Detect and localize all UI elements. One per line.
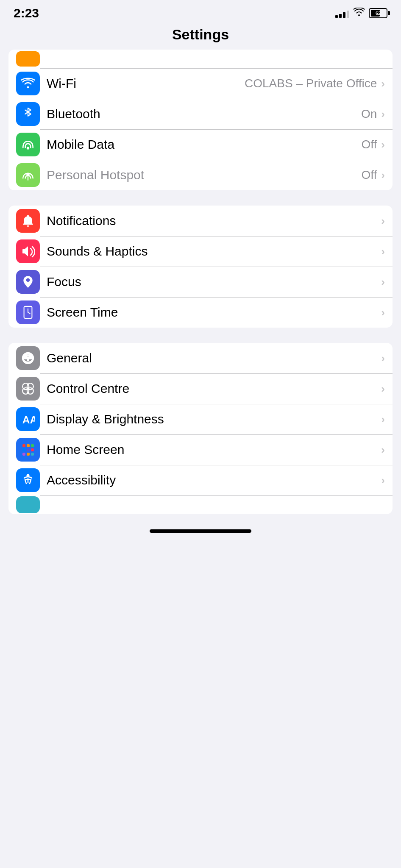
svg-rect-19	[22, 453, 25, 456]
signal-icon	[335, 8, 349, 18]
sounds-icon-wrapper	[16, 239, 40, 263]
display-chevron: ›	[381, 413, 385, 426]
bluetooth-row[interactable]: Bluetooth On ›	[8, 99, 393, 129]
control-centre-row[interactable]: Control Centre ›	[8, 373, 393, 404]
home-screen-chevron: ›	[381, 443, 385, 456]
status-time: 2:23	[14, 6, 39, 20]
partial-icon-bottom	[16, 496, 40, 513]
svg-rect-16	[22, 448, 25, 451]
wifi-row[interactable]: Wi-Fi COLABS – Private Office ›	[8, 68, 393, 99]
hotspot-icon-wrapper	[16, 163, 40, 187]
svg-point-11	[27, 388, 33, 394]
svg-rect-7	[27, 357, 29, 361]
accessibility-icon-wrapper	[16, 468, 40, 492]
mobile-data-label: Mobile Data	[47, 137, 361, 152]
svg-rect-20	[27, 453, 30, 456]
control-centre-label: Control Centre	[47, 381, 381, 396]
screen-time-label: Screen Time	[47, 305, 381, 320]
svg-rect-13	[22, 444, 25, 447]
hotspot-label: Personal Hotspot	[47, 168, 361, 182]
general-group: General › Control Centre › AA Display & …	[8, 343, 393, 514]
svg-rect-17	[27, 448, 30, 451]
bluetooth-value: On	[361, 107, 377, 121]
home-screen-row[interactable]: Home Screen ›	[8, 434, 393, 465]
svg-text:AA: AA	[22, 414, 35, 426]
display-label: Display & Brightness	[47, 412, 381, 426]
wifi-icon-wrapper	[16, 72, 40, 95]
wifi-label: Wi-Fi	[47, 76, 245, 91]
bluetooth-icon-wrapper	[16, 102, 40, 126]
focus-row[interactable]: Focus ›	[8, 267, 393, 297]
focus-chevron: ›	[381, 275, 385, 289]
display-icon-wrapper: AA	[16, 407, 40, 431]
bluetooth-chevron: ›	[381, 108, 385, 121]
hotspot-chevron: ›	[381, 169, 385, 182]
svg-rect-21	[31, 453, 34, 456]
wifi-value: COLABS – Private Office	[245, 77, 377, 90]
sounds-chevron: ›	[381, 245, 385, 258]
page-title: Settings	[0, 26, 401, 43]
accessibility-row[interactable]: Accessibility ›	[8, 465, 393, 495]
partial-bottom-row[interactable]	[8, 495, 393, 514]
general-label: General	[47, 351, 381, 365]
mobile-data-chevron: ›	[381, 138, 385, 151]
airplane-icon	[16, 51, 40, 67]
svg-rect-14	[27, 444, 30, 447]
home-screen-label: Home Screen	[47, 442, 381, 457]
airplane-row[interactable]	[8, 50, 393, 68]
mobile-data-row[interactable]: Mobile Data Off ›	[8, 129, 393, 160]
display-brightness-row[interactable]: AA Display & Brightness ›	[8, 404, 393, 434]
notifications-label: Notifications	[47, 214, 381, 228]
sounds-haptics-row[interactable]: Sounds & Haptics ›	[8, 236, 393, 267]
screen-time-row[interactable]: Screen Time ›	[8, 297, 393, 328]
control-centre-icon-wrapper	[16, 377, 40, 401]
svg-point-6	[27, 354, 29, 356]
focus-label: Focus	[47, 275, 381, 289]
notifications-group: Notifications › Sounds & Haptics › Focus…	[8, 206, 393, 328]
svg-rect-15	[31, 444, 34, 447]
home-screen-icon-wrapper	[16, 438, 40, 462]
hotspot-value: Off	[361, 168, 377, 182]
svg-point-0	[27, 147, 29, 149]
mobile-data-value: Off	[361, 138, 377, 151]
wifi-chevron: ›	[381, 77, 385, 90]
sounds-label: Sounds & Haptics	[47, 244, 381, 259]
personal-hotspot-row[interactable]: Personal Hotspot Off ›	[8, 160, 393, 190]
screen-time-icon-wrapper	[16, 300, 40, 324]
screen-time-chevron: ›	[381, 306, 385, 319]
battery-icon: 62	[369, 8, 387, 18]
general-row[interactable]: General ›	[8, 343, 393, 373]
accessibility-label: Accessibility	[47, 473, 381, 487]
home-indicator	[150, 529, 251, 533]
notifications-row[interactable]: Notifications ›	[8, 206, 393, 236]
accessibility-chevron: ›	[381, 474, 385, 487]
wifi-status-icon	[354, 8, 365, 19]
svg-rect-18	[31, 448, 34, 451]
mobile-data-icon-wrapper	[16, 133, 40, 156]
bluetooth-label: Bluetooth	[47, 107, 361, 121]
connectivity-group: Wi-Fi COLABS – Private Office › Bluetoot…	[8, 50, 393, 190]
svg-point-3	[26, 278, 30, 282]
general-icon-wrapper	[16, 346, 40, 370]
page-title-container: Settings	[0, 23, 401, 50]
control-centre-chevron: ›	[381, 382, 385, 395]
status-icons: 62	[335, 8, 387, 19]
notifications-icon-wrapper	[16, 209, 40, 233]
general-chevron: ›	[381, 352, 385, 365]
notifications-chevron: ›	[381, 214, 385, 228]
status-bar: 2:23 62	[0, 0, 401, 23]
focus-icon-wrapper	[16, 270, 40, 294]
